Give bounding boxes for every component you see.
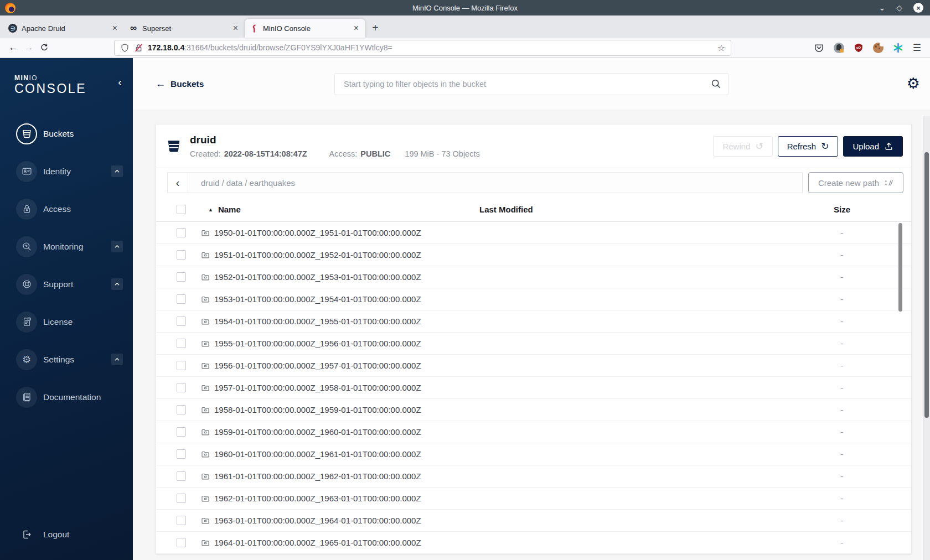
table-row[interactable]: 1958-01-01T00:00:00.000Z_1959-01-01T00:0… bbox=[156, 399, 911, 421]
tab-close-icon[interactable]: × bbox=[111, 23, 119, 33]
row-checkbox[interactable] bbox=[177, 228, 186, 237]
table-row[interactable]: 1950-01-01T00:00:00.000Z_1951-01-01T00:0… bbox=[156, 222, 911, 244]
sidebar-item-logout[interactable]: Logout bbox=[0, 521, 133, 548]
superset-favicon-icon: ∞ bbox=[129, 24, 138, 33]
folder-icon bbox=[201, 229, 210, 237]
row-checkbox[interactable] bbox=[177, 538, 186, 547]
new-tab-button[interactable]: + bbox=[365, 22, 385, 38]
sidebar-item-documentation[interactable]: Documentation bbox=[0, 378, 133, 416]
table-row[interactable]: 1953-01-01T00:00:00.000Z_1954-01-01T00:0… bbox=[156, 288, 911, 310]
sidebar-item-license[interactable]: License bbox=[0, 303, 133, 341]
tab-apache-druid[interactable]: Apache Druid × bbox=[3, 19, 124, 38]
sidebar-item-access[interactable]: Access bbox=[0, 190, 133, 228]
sidebar-item-identity[interactable]: Identity bbox=[0, 153, 133, 190]
documentation-icon bbox=[16, 387, 37, 408]
settings-gear-icon[interactable]: ⚙ bbox=[907, 76, 920, 91]
row-checkbox[interactable] bbox=[177, 383, 186, 392]
sidebar-item-support[interactable]: Support bbox=[0, 266, 133, 303]
privacy-extension-icon[interactable] bbox=[834, 43, 844, 53]
created-value: 2022-08-15T14:08:47Z bbox=[224, 149, 307, 158]
object-name: 1953-01-01T00:00:00.000Z_1954-01-01T00:0… bbox=[214, 294, 421, 304]
table-row[interactable]: 1955-01-01T00:00:00.000Z_1956-01-01T00:0… bbox=[156, 333, 911, 355]
menu-icon[interactable]: ☰ bbox=[913, 42, 921, 54]
row-checkbox[interactable] bbox=[177, 361, 186, 370]
lifebuoy-icon bbox=[16, 274, 37, 295]
window-scrollbar-thumb[interactable] bbox=[924, 152, 929, 418]
bookmark-star-icon[interactable]: ☆ bbox=[717, 43, 725, 53]
select-all-checkbox[interactable] bbox=[177, 205, 186, 214]
window-maximize-icon[interactable]: ◇ bbox=[896, 4, 902, 12]
object-size: - bbox=[789, 250, 911, 260]
object-name: 1950-01-01T00:00:00.000Z_1951-01-01T00:0… bbox=[214, 228, 421, 237]
upload-button[interactable]: Upload bbox=[843, 136, 903, 157]
back-button[interactable]: ← bbox=[6, 42, 21, 53]
row-checkbox[interactable] bbox=[177, 294, 186, 304]
window-minimize-icon[interactable]: ⌄ bbox=[879, 4, 885, 12]
table-row[interactable]: 1951-01-01T00:00:00.000Z_1952-01-01T00:0… bbox=[156, 244, 911, 266]
tab-minio-console[interactable]: MinIO Console × bbox=[245, 19, 365, 38]
path-back-icon[interactable]: ‹ bbox=[168, 173, 188, 193]
insecure-lock-icon[interactable] bbox=[134, 43, 143, 53]
row-checkbox[interactable] bbox=[177, 494, 186, 503]
table-row[interactable]: 1964-01-01T00:00:00.000Z_1965-01-01T00:0… bbox=[156, 532, 911, 554]
back-to-buckets-link[interactable]: ← Buckets bbox=[156, 78, 204, 90]
forward-button[interactable]: → bbox=[21, 42, 37, 53]
folder-icon bbox=[201, 361, 210, 370]
folder-icon bbox=[201, 273, 210, 282]
folder-icon bbox=[201, 428, 210, 437]
table-row[interactable]: 1954-01-01T00:00:00.000Z_1955-01-01T00:0… bbox=[156, 310, 911, 333]
sidebar-item-settings[interactable]: ⚙ Settings bbox=[0, 341, 133, 378]
cookie-extension-icon[interactable] bbox=[873, 43, 884, 53]
rewind-button[interactable]: Rewind ↺ bbox=[713, 136, 772, 157]
lock-icon bbox=[16, 199, 37, 220]
row-checkbox[interactable] bbox=[177, 405, 186, 414]
table-row[interactable]: 1962-01-01T00:00:00.000Z_1963-01-01T00:0… bbox=[156, 488, 911, 510]
reload-icon[interactable] bbox=[37, 43, 52, 52]
create-new-path-button[interactable]: Create new path bbox=[808, 172, 903, 193]
sidebar-item-label: Buckets bbox=[43, 129, 74, 139]
row-checkbox[interactable] bbox=[177, 272, 186, 282]
sidebar-item-buckets[interactable]: Buckets bbox=[0, 115, 133, 153]
table-row[interactable]: 1952-01-01T00:00:00.000Z_1953-01-01T00:0… bbox=[156, 266, 911, 288]
table-row[interactable]: 1957-01-01T00:00:00.000Z_1958-01-01T00:0… bbox=[156, 377, 911, 399]
shield-icon[interactable] bbox=[120, 43, 130, 53]
window-scrollbar[interactable] bbox=[923, 116, 930, 560]
window-close-icon[interactable]: × bbox=[913, 3, 923, 13]
ublock-origin-icon[interactable]: uO bbox=[854, 43, 864, 53]
folder-icon bbox=[201, 251, 210, 260]
row-checkbox[interactable] bbox=[177, 339, 186, 348]
refresh-button[interactable]: Refresh ↻ bbox=[778, 136, 839, 157]
url-input[interactable]: 172.18.0.4:31664/buckets/druid/browse/ZG… bbox=[114, 40, 731, 56]
asterisk-extension-icon[interactable] bbox=[893, 43, 903, 53]
row-checkbox[interactable] bbox=[177, 471, 186, 481]
object-name: 1954-01-01T00:00:00.000Z_1955-01-01T00:0… bbox=[214, 317, 421, 326]
pocket-icon[interactable] bbox=[814, 43, 824, 53]
object-name: 1958-01-01T00:00:00.000Z_1959-01-01T00:0… bbox=[214, 405, 421, 414]
table-row[interactable]: 1960-01-01T00:00:00.000Z_1961-01-01T00:0… bbox=[156, 443, 911, 465]
search-input[interactable] bbox=[334, 73, 728, 95]
row-checkbox[interactable] bbox=[177, 317, 186, 326]
row-checkbox[interactable] bbox=[177, 516, 186, 525]
folder-icon bbox=[201, 339, 210, 348]
content-header: ← Buckets ⚙ bbox=[133, 58, 930, 110]
tab-superset[interactable]: ∞ Superset × bbox=[124, 19, 245, 38]
tab-strip: Apache Druid × ∞ Superset × MinIO Consol… bbox=[0, 15, 930, 38]
sidebar-collapse-icon[interactable]: ‹ bbox=[118, 76, 122, 87]
row-checkbox[interactable] bbox=[177, 427, 186, 437]
sidebar-item-monitoring[interactable]: Monitoring bbox=[0, 228, 133, 266]
created-label: Created: bbox=[190, 149, 221, 158]
table-row[interactable]: 1959-01-01T00:00:00.000Z_1960-01-01T00:0… bbox=[156, 421, 911, 443]
table-scrollbar-thumb[interactable] bbox=[898, 223, 902, 312]
column-header-size[interactable]: Size bbox=[789, 205, 911, 214]
tab-close-icon[interactable]: × bbox=[352, 23, 360, 33]
tab-close-icon[interactable]: × bbox=[231, 23, 240, 33]
column-header-last-modified[interactable]: Last Modified bbox=[479, 205, 789, 214]
column-header-name[interactable]: ▲ Name bbox=[187, 205, 479, 214]
table-row[interactable]: 1961-01-01T00:00:00.000Z_1962-01-01T00:0… bbox=[156, 465, 911, 488]
breadcrumb[interactable]: druid / data / earthquakes bbox=[201, 178, 295, 188]
table-row[interactable]: 1963-01-01T00:00:00.000Z_1964-01-01T00:0… bbox=[156, 510, 911, 532]
row-checkbox[interactable] bbox=[177, 250, 186, 260]
table-row[interactable]: 1956-01-01T00:00:00.000Z_1957-01-01T00:0… bbox=[156, 355, 911, 377]
object-size: - bbox=[789, 228, 911, 237]
row-checkbox[interactable] bbox=[177, 449, 186, 459]
